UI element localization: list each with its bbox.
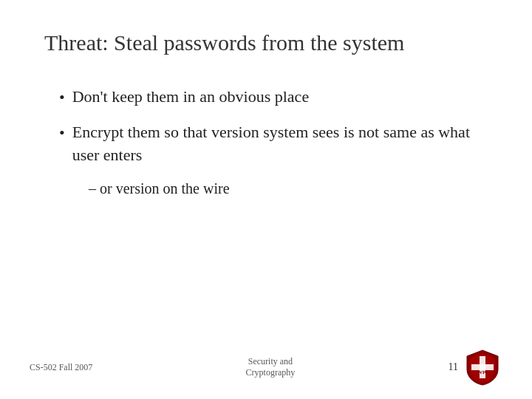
bullet-dot: • [59, 86, 65, 109]
footer-title-line2: Cryptography [246, 367, 296, 378]
wpi-logo: WPI [466, 349, 502, 386]
footer-title-line1: Security and [248, 356, 293, 366]
footer-course: CS-502 Fall 2007 [30, 362, 92, 373]
bullet-dot: • [59, 122, 65, 145]
svg-text:WPI: WPI [477, 369, 488, 375]
bullet-text-1: Don't keep them in an obvious place [72, 86, 309, 109]
list-item: • Don't keep them in an obvious place [59, 86, 488, 109]
slide-title: Threat: Steal passwords from the system [44, 30, 488, 56]
footer-page-number: 11 [449, 361, 458, 373]
bullet-list: • Don't keep them in an obvious place • … [59, 86, 488, 166]
slide-footer: CS-502 Fall 2007 Security and Cryptograp… [0, 349, 532, 386]
sub-bullet: – or version on the wire [89, 178, 488, 199]
bullet-text-2: Encrypt them so that version system sees… [72, 121, 488, 167]
slide: Threat: Steal passwords from the system … [0, 0, 532, 399]
slide-content: • Don't keep them in an obvious place • … [44, 86, 488, 199]
footer-right: 11 WPI [449, 349, 502, 386]
list-item: • Encrypt them so that version system se… [59, 121, 488, 167]
footer-title: Security and Cryptography [246, 356, 296, 378]
